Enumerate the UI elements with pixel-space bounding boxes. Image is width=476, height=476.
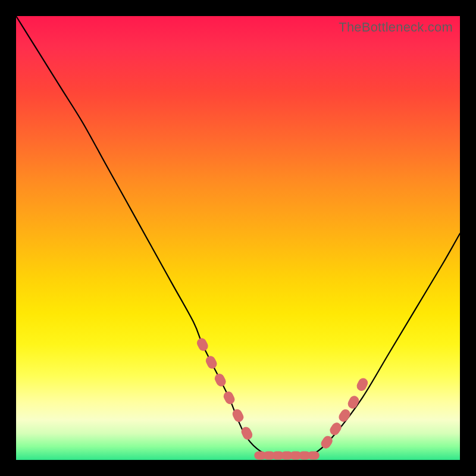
curve-marker [222, 390, 236, 406]
curve-layer [16, 16, 460, 460]
markers-right-slope [319, 377, 369, 450]
curve-marker [213, 372, 227, 388]
curve-marker [204, 354, 218, 370]
curve-marker [231, 408, 245, 424]
curve-marker [328, 421, 343, 437]
plot-area: TheBottleneck.com [16, 16, 460, 460]
curve-marker [308, 452, 320, 460]
chart-stage: TheBottleneck.com [0, 0, 476, 476]
markers-flat-bottom [254, 452, 320, 460]
curve-marker [195, 337, 209, 353]
curve-marker [337, 408, 352, 424]
curve-marker [346, 394, 361, 411]
bottleneck-curve [16, 16, 460, 456]
